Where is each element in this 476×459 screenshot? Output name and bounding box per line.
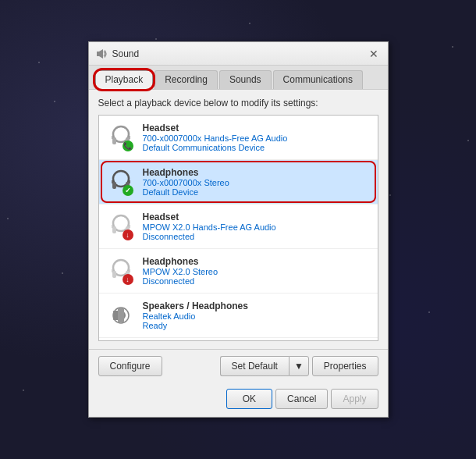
instruction-text: Select a playback device below to modify… [98, 98, 378, 109]
set-default-arrow-button[interactable]: ▼ [289, 356, 309, 376]
device-info-headphones-1: Headphones 700-x0007000x Stereo Default … [143, 167, 371, 197]
device-status-headphones-1: Default Device [143, 187, 371, 197]
device-icon-headphones-2: ↓ [105, 255, 137, 286]
svg-rect-26 [118, 308, 124, 322]
status-badge-headset-1: 📞 [123, 141, 133, 151]
title-bar: Sound ✕ [89, 42, 388, 66]
set-default-group: Set Default ▼ [220, 356, 309, 376]
device-info-headphones-2: Headphones MPOW X2.0 Stereo Disconnected [143, 256, 371, 286]
device-list[interactable]: 📞 Headset 700-x0007000x Hands-Free AG Au… [98, 115, 378, 341]
device-detail-headphones-1: 700-x0007000x Stereo [143, 178, 371, 187]
device-icon-headphones-1: ✓ [105, 166, 137, 197]
action-buttons: OK Cancel Apply [89, 382, 388, 417]
tab-recording[interactable]: Recording [155, 70, 218, 89]
configure-button[interactable]: Configure [98, 356, 162, 376]
device-item-headset-2[interactable]: ↓ Headset MPOW X2.0 Hands-Free AG Audio … [99, 205, 378, 249]
svg-marker-1 [99, 49, 103, 59]
sound-icon [95, 48, 108, 60]
device-name-headset-1: Headset [143, 123, 371, 133]
device-detail-headphones-2: MPOW X2.0 Stereo [143, 267, 371, 276]
device-status-headphones-2: Disconnected [143, 276, 371, 286]
device-info-speakers: Speakers / Headphones Realtek Audio Read… [143, 301, 371, 330]
device-status-headset-2: Disconnected [143, 232, 371, 241]
tab-sounds[interactable]: Sounds [219, 70, 272, 89]
device-item-headset-1[interactable]: 📞 Headset 700-x0007000x Hands-Free AG Au… [99, 116, 378, 160]
device-name-headset-2: Headset [143, 212, 371, 222]
device-detail-headset-2: MPOW X2.0 Hands-Free AG Audio [143, 222, 371, 232]
device-name-speakers: Speakers / Headphones [143, 301, 371, 311]
sound-dialog: Sound ✕ Playback Recording Sounds Commun… [88, 41, 389, 418]
device-detail-speakers: Realtek Audio [143, 311, 371, 321]
dialog-content: Select a playback device below to modify… [89, 90, 388, 349]
title-bar-left: Sound [95, 48, 140, 60]
tabs-container: Playback Recording Sounds Communications [89, 66, 388, 90]
properties-button[interactable]: Properties [312, 356, 378, 376]
svg-rect-0 [97, 52, 99, 56]
device-status-speakers: Ready [143, 321, 371, 330]
device-info-headset-1: Headset 700-x0007000x Hands-Free AG Audi… [143, 123, 371, 152]
device-item-speakers[interactable]: Speakers / Headphones Realtek Audio Read… [99, 294, 378, 338]
device-icon-speakers [105, 300, 137, 331]
device-info-headset-2: Headset MPOW X2.0 Hands-Free AG Audio Di… [143, 212, 371, 241]
device-icon-headset-1: 📞 [105, 122, 137, 153]
status-badge-headphones-2: ↓ [123, 274, 133, 285]
device-detail-headset-1: 700-x0007000x Hands-Free AG Audio [143, 133, 371, 143]
device-name-headphones-2: Headphones [143, 256, 371, 267]
status-badge-headphones-1: ✓ [123, 185, 133, 196]
device-name-headphones-1: Headphones [143, 167, 371, 178]
right-buttons: Set Default ▼ Properties [220, 356, 378, 376]
device-item-headphones-1[interactable]: ✓ Headphones 700-x0007000x Stereo Defaul… [99, 160, 378, 205]
device-status-headset-1: Default Communications Device [143, 143, 371, 152]
tab-communications[interactable]: Communications [273, 70, 363, 89]
device-icon-headset-2: ↓ [105, 211, 137, 242]
apply-button[interactable]: Apply [331, 389, 378, 409]
tab-playback[interactable]: Playback [95, 70, 154, 89]
status-badge-headset-2: ↓ [123, 230, 133, 240]
set-default-button[interactable]: Set Default [220, 356, 289, 376]
bottom-buttons: Configure Set Default ▼ Properties [89, 349, 388, 382]
ok-button[interactable]: OK [226, 389, 272, 409]
device-item-headphones-2[interactable]: ↓ Headphones MPOW X2.0 Stereo Disconnect… [99, 249, 378, 294]
close-button[interactable]: ✕ [366, 46, 382, 62]
cancel-button[interactable]: Cancel [275, 389, 328, 409]
dialog-title: Sound [112, 48, 140, 59]
